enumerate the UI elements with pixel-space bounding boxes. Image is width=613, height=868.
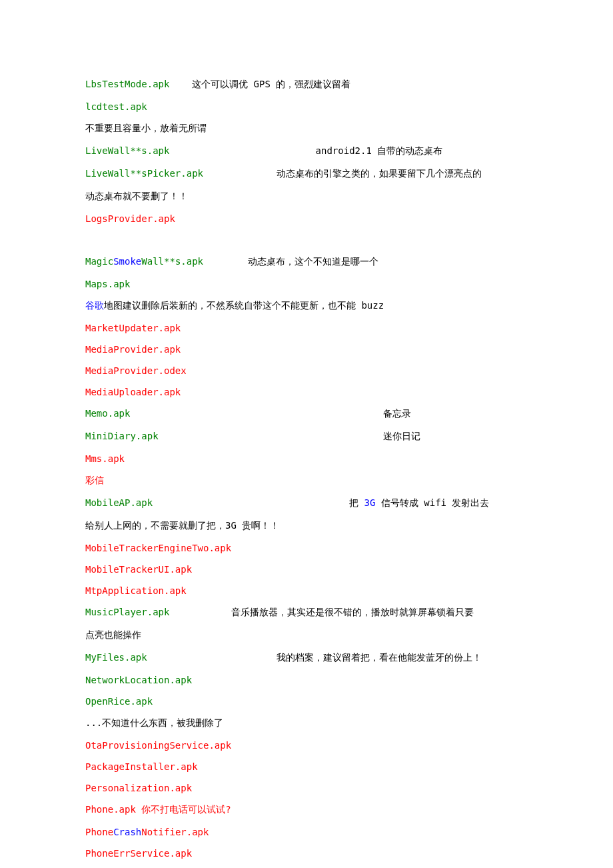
text-line: MediaProvider.apk (85, 344, 528, 355)
text-line: Phone.apk 你不打电话可以试试? (85, 804, 528, 816)
text-line: OtaProvisioningService.apk (85, 740, 528, 751)
text-segment: LogsProvider.apk (85, 213, 175, 224)
text-segment: 动态桌布的引擎之类的，如果要留下几个漂亮点的 (203, 168, 482, 179)
text-segment: 点亮也能操作 (85, 629, 141, 640)
text-line: Personalization.apk (85, 783, 528, 793)
text-segment: MediaUploader.apk (85, 387, 181, 397)
text-segment: Magic (85, 256, 113, 267)
text-line: LiveWall**sPicker.apk 动态桌布的引擎之类的，如果要留下几个… (85, 168, 528, 180)
text-segment: MyFiles.apk (85, 652, 147, 663)
text-segment: Memo.apk (85, 408, 130, 419)
document-content: LbsTestMode.apk 这个可以调优 GPS 的，强烈建议留着lcdte… (85, 79, 528, 859)
text-line: 动态桌布就不要删了！！ (85, 191, 528, 203)
text-line: 谷歌地图建议删除后装新的，不然系统自带这个不能更新，也不能 buzz (85, 300, 528, 312)
text-segment: MobileTrackerUI.apk (85, 564, 192, 575)
text-line: MusicPlayer.apk 音乐播放器，其实还是很不错的，播放时就算屏幕锁着… (85, 607, 528, 619)
text-segment: Smoke (113, 256, 141, 267)
text-segment: Phone (85, 827, 113, 837)
text-line: MarketUpdater.apk (85, 323, 528, 333)
text-segment: 彩信 (85, 475, 104, 485)
text-segment: 把 (153, 497, 364, 508)
text-segment: PackageInstaller.apk (85, 761, 198, 772)
text-segment: MusicPlayer.apk (85, 607, 169, 617)
text-line: lcdtest.apk (85, 101, 528, 112)
text-line: LbsTestMode.apk 这个可以调优 GPS 的，强烈建议留着 (85, 79, 528, 91)
text-segment: Wall**s.apk (141, 256, 203, 267)
text-line: LogsProvider.apk (85, 213, 528, 224)
text-segment: 动态桌布，这个不知道是哪一个 (203, 256, 378, 267)
text-line: MyFiles.apk 我的档案，建议留着把，看在他能发蓝牙的份上！ (85, 652, 528, 664)
text-segment: 不重要且容量小，放着无所谓 (85, 123, 207, 133)
text-line: MediaUploader.apk (85, 387, 528, 397)
text-segment: Notifier.apk (141, 827, 209, 837)
text-segment (85, 235, 91, 245)
text-line (85, 235, 528, 245)
text-segment: 备忘录 (130, 408, 410, 419)
text-line: Maps.apk (85, 279, 528, 289)
text-segment: MobileAP.apk (85, 497, 153, 508)
text-line: MobileTrackerUI.apk (85, 564, 528, 575)
text-line: 点亮也能操作 (85, 629, 528, 641)
text-segment: ...不知道什么东西，被我删除了 (85, 717, 223, 728)
text-segment: Maps.apk (85, 279, 130, 289)
text-segment: android2.1 自带的动态桌布 (169, 145, 442, 156)
text-line: PhoneCrashNotifier.apk (85, 827, 528, 837)
text-segment: OpenRice.apk (85, 696, 153, 707)
text-segment: MediaProvider.odex (85, 365, 187, 376)
text-segment: Crash (113, 827, 141, 837)
text-segment: LiveWall**sPicker.apk (85, 168, 203, 179)
text-line: 彩信 (85, 475, 528, 487)
text-line: 给别人上网的，不需要就删了把，3G 贵啊！！ (85, 520, 528, 532)
text-line: PhoneErrService.apk (85, 848, 528, 859)
text-line: MtpApplication.apk (85, 585, 528, 596)
text-segment: MiniDiary.apk (85, 431, 159, 441)
text-line: NetworkLocation.apk (85, 675, 528, 685)
text-line: MediaProvider.odex (85, 365, 528, 376)
text-segment: MediaProvider.apk (85, 344, 181, 355)
text-segment: 3G (364, 497, 376, 508)
text-line: LiveWall**s.apk android2.1 自带的动态桌布 (85, 145, 528, 157)
text-segment: 音乐播放器，其实还是很不错的，播放时就算屏幕锁着只要 (169, 607, 474, 617)
text-segment: LiveWall**s.apk (85, 145, 169, 156)
text-segment: MobileTrackerEngineTwo.apk (85, 543, 231, 553)
text-segment: NetworkLocation.apk (85, 675, 192, 685)
text-line: 不重要且容量小，放着无所谓 (85, 123, 528, 135)
text-line: Mms.apk (85, 453, 528, 464)
text-segment: Personalization.apk (85, 783, 192, 793)
text-segment: 动态桌布就不要删了！！ (85, 191, 188, 201)
text-segment: 我的档案，建议留着把，看在他能发蓝牙的份上！ (147, 652, 482, 663)
text-line: PackageInstaller.apk (85, 761, 528, 772)
text-segment: 信号转成 wifi 发射出去 (375, 497, 489, 508)
text-line: MobileTrackerEngineTwo.apk (85, 543, 528, 553)
text-segment: MarketUpdater.apk (85, 323, 181, 333)
text-line: MiniDiary.apk 迷你日记 (85, 431, 528, 443)
text-line: ...不知道什么东西，被我删除了 (85, 717, 528, 729)
text-segment: 迷你日记 (159, 431, 420, 441)
text-segment: 谷歌 (85, 300, 104, 311)
text-segment: MtpApplication.apk (85, 585, 187, 596)
text-segment: 地图建议删除后装新的，不然系统自带这个不能更新，也不能 buzz (104, 300, 384, 311)
text-segment: PhoneErrService.apk (85, 848, 192, 859)
text-segment: 给别人上网的，不需要就删了把，3G 贵啊！！ (85, 520, 279, 531)
text-line: MobileAP.apk 把 3G 信号转成 wifi 发射出去 (85, 497, 528, 509)
text-segment: Phone.apk 你不打电话可以试试? (85, 804, 231, 815)
text-line: OpenRice.apk (85, 696, 528, 707)
text-line: Memo.apk 备忘录 (85, 408, 528, 420)
text-segment: Mms.apk (85, 453, 125, 464)
text-segment: OtaProvisioningService.apk (85, 740, 231, 751)
text-segment: LbsTestMode.apk (85, 79, 169, 89)
text-line: MagicSmokeWall**s.apk 动态桌布，这个不知道是哪一个 (85, 256, 528, 268)
text-segment: 这个可以调优 GPS 的，强烈建议留着 (169, 79, 350, 89)
text-segment: lcdtest.apk (85, 101, 147, 112)
